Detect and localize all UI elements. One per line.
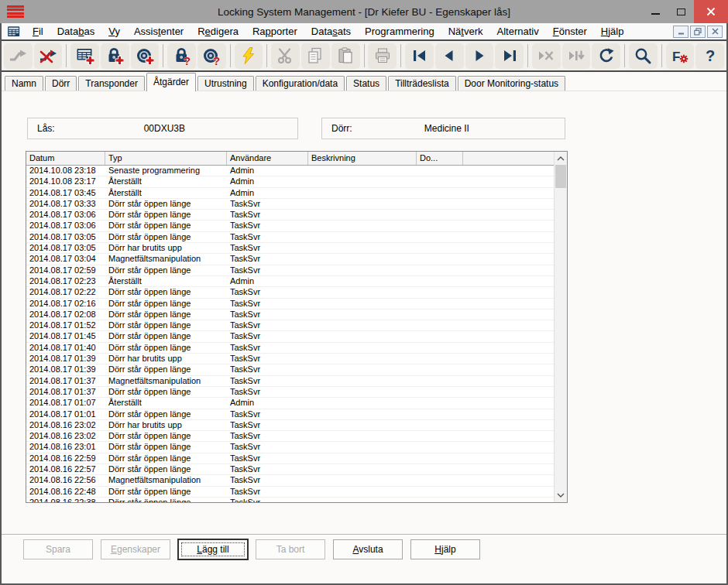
menu-item-hj-lp[interactable]: Hjälp — [594, 23, 631, 39]
table-row[interactable]: 2014.08.16 22:57Dörr står öppen längeTas… — [26, 464, 554, 475]
menu-item-fil[interactable]: Fil — [26, 23, 50, 39]
column-header-datum[interactable]: Datum — [26, 152, 105, 165]
table-row[interactable]: 2014.08.17 01:39Dörr har brutits uppTask… — [26, 354, 554, 364]
menu-item-databas[interactable]: Databas — [50, 23, 101, 39]
help-button[interactable]: ? — [695, 43, 724, 69]
table-row[interactable]: 2014.08.17 01:37Dörr står öppen längeTas… — [26, 387, 554, 398]
mdi-close-icon[interactable] — [707, 26, 723, 38]
menu-item-n-tverk[interactable]: Nätverk — [441, 23, 490, 39]
table-row[interactable]: 2014.08.16 22:38Dörr står öppen längeTas… — [26, 498, 554, 502]
first-record-button[interactable] — [405, 43, 434, 69]
table-row[interactable]: 2014.08.17 03:33Dörr står öppen längeTas… — [26, 199, 554, 210]
table-row[interactable]: 2014.08.17 02:59Dörr står öppen längeTas… — [26, 265, 554, 276]
new-locking-system-button[interactable] — [70, 43, 99, 69]
column-header-extra[interactable] — [463, 152, 554, 165]
table-row[interactable]: 2014.08.17 03:05Dörr har brutits uppTask… — [26, 243, 554, 254]
table-row[interactable]: 2014.08.16 23:01Dörr står öppen längeTas… — [26, 442, 554, 453]
table-row[interactable]: 2014.08.17 02:16Dörr står öppen längeTas… — [26, 299, 554, 310]
mdi-restore-icon[interactable] — [690, 26, 706, 38]
column-header-anvandare[interactable]: Användare — [227, 152, 308, 165]
tab-door-monitoring-status[interactable]: Door Monitoring-status — [458, 76, 565, 91]
cell-beskrivning — [308, 364, 417, 375]
table-row[interactable]: 2014.08.17 02:22Dörr står öppen längeTas… — [26, 287, 554, 298]
hj-lp-button[interactable]: Hjälp — [410, 539, 480, 559]
tab-namn[interactable]: Namn — [5, 76, 43, 91]
menu-item-redigera[interactable]: Redigera — [191, 23, 246, 39]
cell-anvandare: TaskSvr — [227, 265, 308, 275]
cell-do — [417, 398, 463, 408]
print-button — [368, 43, 397, 69]
avsluta-button[interactable]: Avsluta — [333, 539, 403, 559]
table-row[interactable]: 2014.08.17 01:52Dörr står öppen längeTas… — [26, 320, 554, 331]
table-row[interactable]: 2014.10.08 23:18Senaste programmeringAdm… — [26, 166, 554, 176]
menu-item-vy[interactable]: Vy — [101, 23, 127, 39]
table-row[interactable]: 2014.08.17 01:39Dörr står öppen längeTas… — [26, 364, 554, 375]
table-row[interactable]: 2014.08.17 01:07ÅterställtAdmin — [26, 398, 554, 409]
scrollbar-thumb[interactable] — [555, 165, 566, 188]
read-lock-button[interactable]: ? — [167, 43, 196, 69]
column-header-do[interactable]: Do... — [417, 152, 463, 165]
cell-datum: 2014.08.17 03:04 — [26, 254, 105, 264]
scroll-up-icon[interactable] — [555, 152, 567, 165]
tab-page-atgarder: Lås: 00DXU3B Dörr: Medicine II DatumTypA… — [0, 118, 728, 585]
vertical-scrollbar[interactable] — [554, 152, 567, 502]
filter-button[interactable]: F — [666, 43, 695, 69]
read-transponder-button[interactable]: ? — [197, 43, 226, 69]
tab-d-rr[interactable]: Dörr — [45, 76, 77, 91]
table-row[interactable]: 2014.08.16 23:02Dörr har brutits uppTask… — [26, 420, 554, 431]
cell-datum: 2014.08.17 03:33 — [26, 199, 105, 209]
table-row[interactable]: 2014.08.17 03:06Dörr står öppen längeTas… — [26, 210, 554, 221]
table-row[interactable]: 2014.08.17 03:04MagnetfältsmanipulationT… — [26, 254, 554, 265]
cell-do — [417, 265, 463, 275]
cell-do — [417, 420, 463, 430]
menu-item-assistenter[interactable]: Assistenter — [127, 23, 191, 39]
table-row[interactable]: 2014.08.16 22:56MagnetfältsmanipulationT… — [26, 475, 554, 486]
search-button[interactable] — [629, 43, 658, 69]
tab-tg-rder[interactable]: Åtgärder — [146, 73, 196, 91]
column-header-beskrivning[interactable]: Beskrivning — [308, 152, 417, 165]
menu-item-datasats[interactable]: Datasats — [304, 23, 358, 39]
tab-tilltr-deslista[interactable]: Tillträdeslista — [388, 76, 456, 91]
cell-beskrivning — [308, 243, 417, 253]
menu-item-alternativ[interactable]: Alternativ — [490, 23, 546, 39]
table-row[interactable]: 2014.08.17 03:45ÅterställtAdmin — [26, 188, 554, 199]
table-row[interactable]: 2014.08.17 03:05Dörr står öppen längeTas… — [26, 232, 554, 243]
tab-konfiguration-data[interactable]: Konfiguration/data — [256, 76, 345, 91]
table-row[interactable]: 2014.08.16 23:02Dörr står öppen längeTas… — [26, 431, 554, 442]
menu-item-rapporter[interactable]: Rapporter — [246, 23, 304, 39]
table-row[interactable]: 2014.08.17 02:23ÅterställtAdmin — [26, 276, 554, 287]
table-row[interactable]: 2014.08.17 01:01Dörr står öppen längeTas… — [26, 409, 554, 420]
table-row[interactable]: 2014.08.17 01:45Dörr står öppen längeTas… — [26, 331, 554, 342]
last-record-button[interactable] — [495, 43, 524, 69]
refresh-button[interactable] — [592, 43, 620, 69]
tab-utrustning[interactable]: Utrustning — [197, 76, 254, 91]
cell-do — [417, 199, 463, 209]
table-row[interactable]: 2014.08.17 02:08Dörr står öppen längeTas… — [26, 310, 554, 320]
column-header-typ[interactable]: Typ — [105, 152, 227, 165]
menu-item-f-nster[interactable]: Fönster — [546, 23, 594, 39]
maximize-icon[interactable] — [668, 0, 694, 23]
tab-status[interactable]: Status — [346, 76, 386, 91]
previous-record-button[interactable] — [435, 43, 464, 69]
l-gg-till-button[interactable]: Lägg till — [178, 539, 248, 559]
cell-anvandare: TaskSvr — [227, 364, 308, 375]
route-delete-button[interactable] — [34, 43, 63, 69]
program-icon — [239, 46, 258, 65]
table-row[interactable]: 2014.10.08 23:17ÅterställtAdmin — [26, 176, 554, 187]
mdi-minimize-icon[interactable] — [673, 26, 689, 38]
cell-anvandare: TaskSvr — [227, 487, 308, 497]
table-row[interactable]: 2014.08.16 22:48Dörr står öppen längeTas… — [26, 487, 554, 498]
table-row[interactable]: 2014.08.17 01:40Dörr står öppen längeTas… — [26, 343, 554, 354]
menu-item-programmering[interactable]: Programmering — [358, 23, 441, 39]
program-button[interactable] — [235, 43, 263, 69]
scroll-down-icon[interactable] — [555, 489, 567, 501]
minimize-icon[interactable] — [643, 0, 668, 23]
next-record-button[interactable] — [465, 43, 494, 69]
table-row[interactable]: 2014.08.17 01:37MagnetfältsmanipulationT… — [26, 376, 554, 387]
close-icon[interactable] — [694, 0, 728, 23]
new-lock-button[interactable] — [101, 43, 129, 69]
table-row[interactable]: 2014.08.17 03:06Dörr står öppen längeTas… — [26, 221, 554, 231]
new-transponder-button[interactable] — [131, 43, 160, 69]
table-row[interactable]: 2014.08.16 22:59Dörr står öppen längeTas… — [26, 453, 554, 464]
tab-transponder[interactable]: Transponder — [78, 76, 145, 91]
